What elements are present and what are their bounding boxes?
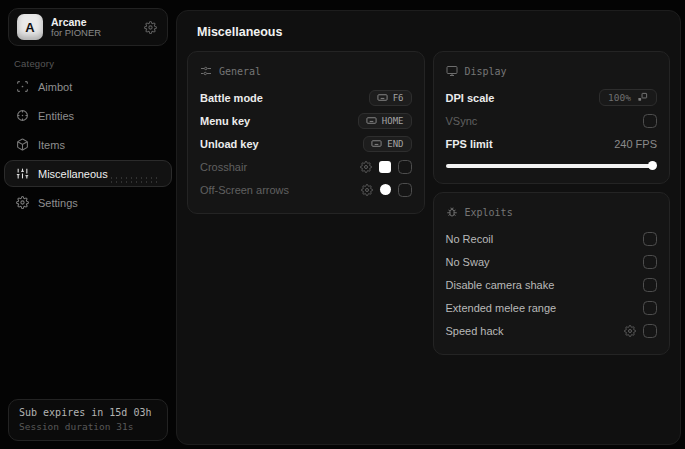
page-title: Miscellaneous	[197, 25, 670, 39]
setting-label: Unload key	[200, 138, 259, 150]
setting-row-menu-key: Menu key HOME	[200, 109, 412, 132]
scale-icon	[637, 92, 648, 103]
setting-row-speed-hack: Speed hack	[446, 319, 658, 342]
gear-icon[interactable]	[624, 325, 636, 337]
sidebar-item-label: Items	[38, 139, 65, 151]
keybind-badge[interactable]: F6	[369, 90, 412, 106]
sidebar-item-label: Aimbot	[38, 81, 72, 93]
sidebar-item-entities[interactable]: Entities	[4, 102, 172, 129]
setting-row-unload-key: Unload key END	[200, 132, 412, 155]
sub-expiry-text: Sub expires in 15d 03h	[19, 407, 157, 418]
color-swatch[interactable]	[380, 184, 391, 195]
setting-row-disable-camera-shake: Disable camera shake	[446, 273, 658, 296]
setting-label: FPS limit	[446, 138, 493, 150]
sidebar-item-label: Entities	[38, 110, 74, 122]
setting-label: Menu key	[200, 115, 250, 127]
keybind-value: END	[387, 139, 403, 149]
keybind-badge[interactable]: HOME	[358, 113, 412, 129]
sidebar-nav: Aimbot Entities Items Miscellaneous	[0, 73, 176, 216]
setting-row-vsync: VSync	[446, 109, 658, 132]
no-recoil-checkbox[interactable]	[643, 232, 657, 246]
offscreen-arrows-checkbox[interactable]	[398, 183, 412, 197]
color-swatch[interactable]	[379, 161, 391, 173]
setting-row-dpi-scale: DPI scale 100%	[446, 86, 658, 109]
sidebar-item-settings[interactable]: Settings	[4, 189, 172, 216]
app-name: Arcane	[51, 16, 136, 28]
keyboard-icon	[366, 115, 377, 126]
keyboard-icon	[371, 138, 382, 149]
crosshair-checkbox[interactable]	[398, 160, 412, 174]
setting-row-battle-mode: Battle mode F6	[200, 86, 412, 109]
app-window: A Arcane for PIONER Category Aimbot	[0, 0, 685, 449]
active-item-dots-decoration	[109, 176, 161, 183]
setting-row-no-sway: No Sway	[446, 250, 658, 273]
setting-label: VSync	[446, 115, 478, 127]
vsync-checkbox[interactable]	[643, 114, 657, 128]
monitor-icon	[446, 65, 458, 77]
gear-icon	[16, 196, 29, 209]
gear-icon[interactable]	[360, 161, 372, 173]
setting-label: DPI scale	[446, 92, 495, 104]
logo-letter: A	[25, 20, 34, 35]
card-title: Display	[465, 66, 507, 77]
sidebar-item-label: Miscellaneous	[38, 168, 108, 180]
setting-label: Crosshair	[200, 161, 247, 173]
disable-camera-shake-checkbox[interactable]	[643, 278, 657, 292]
slider-handle[interactable]	[648, 161, 657, 170]
keybind-badge[interactable]: END	[363, 136, 411, 152]
setting-label: No Sway	[446, 256, 490, 268]
keybind-value: F6	[393, 93, 404, 103]
dpi-scale-value: 100%	[608, 92, 631, 103]
sidebar-item-miscellaneous[interactable]: Miscellaneous	[4, 160, 172, 187]
setting-label: Speed hack	[446, 325, 504, 337]
setting-row-crosshair: Crosshair	[200, 155, 412, 178]
general-card: General Battle mode F6 Menu key	[187, 51, 425, 214]
tune-icon	[200, 65, 212, 77]
setting-label: Disable camera shake	[446, 279, 555, 291]
no-sway-checkbox[interactable]	[643, 255, 657, 269]
sidebar: A Arcane for PIONER Category Aimbot	[0, 0, 176, 449]
bug-icon	[446, 206, 458, 218]
keyboard-icon	[377, 92, 388, 103]
slider-fill	[446, 164, 653, 168]
gear-icon[interactable]	[144, 21, 157, 34]
setting-row-offscreen-arrows: Off-Screen arrows	[200, 178, 412, 201]
extended-melee-range-checkbox[interactable]	[643, 301, 657, 315]
session-duration-text: Session duration 31s	[19, 421, 157, 432]
sidebar-item-label: Settings	[38, 197, 78, 209]
fps-limit-value: 240 FPS	[614, 138, 657, 150]
exploits-card: Exploits No Recoil No Sway Disable camer…	[433, 192, 671, 355]
radar-icon	[16, 109, 29, 122]
logo-card: A Arcane for PIONER	[8, 8, 168, 46]
setting-label: Battle mode	[200, 92, 263, 104]
fps-limit-slider[interactable]	[446, 161, 658, 171]
setting-row-fps-limit: FPS limit 240 FPS	[446, 132, 658, 155]
scan-icon	[16, 80, 29, 93]
main-panel: Miscellaneous General Battle mode	[176, 10, 681, 445]
subscription-card: Sub expires in 15d 03h Session duration …	[8, 399, 168, 441]
setting-label: No Recoil	[446, 233, 494, 245]
card-title: Exploits	[465, 207, 513, 218]
card-title: General	[219, 66, 261, 77]
gear-icon[interactable]	[361, 184, 373, 196]
display-card: Display DPI scale 100% VSync	[433, 51, 671, 184]
dpi-scale-select[interactable]: 100%	[599, 89, 657, 106]
setting-label: Extended melee range	[446, 302, 557, 314]
setting-row-no-recoil: No Recoil	[446, 227, 658, 250]
category-label: Category	[14, 58, 176, 69]
app-logo: A	[17, 14, 43, 40]
keybind-value: HOME	[382, 116, 404, 126]
box-icon	[16, 138, 29, 151]
sidebar-item-items[interactable]: Items	[4, 131, 172, 158]
sidebar-item-aimbot[interactable]: Aimbot	[4, 73, 172, 100]
setting-row-extended-melee-range: Extended melee range	[446, 296, 658, 319]
speed-hack-checkbox[interactable]	[643, 324, 657, 338]
app-subtitle: for PIONER	[51, 28, 136, 39]
setting-label: Off-Screen arrows	[200, 184, 289, 196]
sliders-icon	[16, 167, 29, 180]
